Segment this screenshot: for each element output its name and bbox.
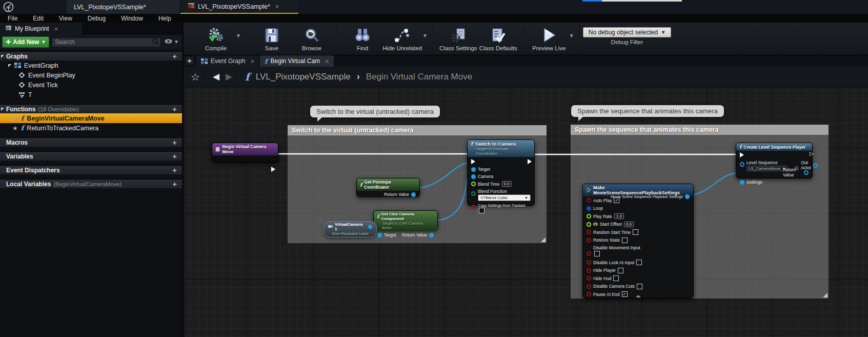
bool-pin[interactable] [471, 205, 476, 209]
exec-out-pin[interactable] [271, 167, 275, 172]
node-make-playback-settings[interactable]: Make MovieSceneSequencePlaybackSettings … [582, 184, 694, 299]
checkbox[interactable] [594, 251, 600, 256]
menu-view[interactable]: View [51, 14, 80, 23]
enum-pin[interactable] [587, 206, 591, 211]
add-new-button[interactable]: ✚ Add New ▼ [2, 36, 49, 48]
section-header-variables[interactable]: Variables＋ [0, 151, 182, 161]
comment-title[interactable]: Spawn the sequence that animates this ca… [571, 125, 829, 135]
checkbox[interactable] [613, 275, 619, 281]
exec-in-pin[interactable] [471, 159, 475, 164]
copy-settings-checkbox[interactable] [479, 208, 485, 213]
favorite-star-icon[interactable]: ★ [12, 115, 18, 122]
object-pin[interactable] [368, 225, 372, 229]
graph-tab-event-graph[interactable]: Event Graph× [196, 55, 259, 67]
object-pin[interactable] [813, 163, 818, 168]
float-pin[interactable] [587, 214, 591, 219]
graph-canvas[interactable]: Switch to the virtual (untracked) camera… [185, 87, 868, 337]
close-icon[interactable]: × [325, 57, 329, 65]
menu-edit[interactable]: Edit [25, 14, 51, 23]
browse-button[interactable]: Browse [292, 26, 332, 51]
section-header-local-variables[interactable]: Local Variables(BeginVirtualCameraMove)＋ [0, 179, 182, 188]
breadcrumb-root[interactable]: LVL_PixotopeVSSample [256, 72, 351, 82]
bool-pin[interactable] [587, 276, 591, 281]
chevron-down-icon[interactable]: ▼ [569, 33, 574, 38]
node-get-cine-camera-component[interactable]: fGet Cine Camera Component Target is Cin… [373, 210, 438, 230]
checkbox[interactable]: ✓ [622, 291, 628, 297]
section-header-graphs[interactable]: Graphs＋ [0, 51, 182, 61]
expander-icon[interactable] [1, 55, 4, 58]
exec-out-pin[interactable] [528, 159, 532, 164]
object-pin[interactable] [377, 233, 382, 237]
tree-item-t[interactable]: T [0, 90, 182, 100]
checkbox[interactable] [637, 284, 642, 289]
object-pin[interactable] [411, 192, 416, 197]
expander-icon[interactable] [8, 64, 11, 67]
float-pin[interactable] [587, 222, 591, 227]
bool-pin[interactable] [587, 251, 591, 256]
close-icon[interactable]: × [250, 57, 254, 65]
tree-item-beginvirtualcameramove[interactable]: ★fBeginVirtualCameraMove [0, 113, 182, 123]
bool-pin[interactable] [587, 292, 591, 296]
menu-window[interactable]: Window [113, 14, 151, 23]
favorite-star-icon[interactable]: ★ [12, 125, 18, 132]
enum-pin[interactable] [471, 191, 476, 196]
favorite-star-icon[interactable]: ☆ [191, 71, 200, 83]
checkbox[interactable] [633, 229, 638, 235]
tree-item-event-beginplay[interactable]: Event BeginPlay [0, 70, 182, 80]
object-pin[interactable] [471, 167, 476, 172]
value-field[interactable]: 1.0 [614, 213, 624, 219]
panel-expand-button[interactable]: ＋ [186, 57, 193, 65]
node-switch-to-camera[interactable]: fSwitch to Camera Target is Pixotope Coo… [467, 140, 535, 206]
class-defaults-button[interactable]: Class Defaults [478, 26, 518, 51]
bool-pin[interactable] [587, 260, 591, 265]
object-pin[interactable] [804, 170, 809, 175]
hide-unrelated-button[interactable]: Hide Unrelated [382, 26, 422, 51]
search-input[interactable] [51, 37, 161, 47]
add-icon[interactable]: ＋ [171, 105, 178, 114]
collapse-arrow-icon[interactable] [636, 295, 641, 298]
menu-debug[interactable]: Debug [80, 14, 113, 23]
section-header-functions[interactable]: Functions(18 Overridable)＋ [0, 104, 182, 113]
add-icon[interactable]: ＋ [171, 138, 178, 147]
window-tab-background[interactable]: LVL_PixotopeVSSample* [67, 0, 179, 14]
find-button[interactable]: Find [342, 26, 382, 51]
add-icon[interactable]: ＋ [171, 52, 178, 61]
window-tab-active[interactable]: LVL_PixotopeVSSample* × [180, 0, 298, 14]
chevron-down-icon[interactable]: ▼ [236, 33, 241, 38]
bool-pin[interactable] [587, 238, 591, 243]
menu-help[interactable]: Help [151, 14, 179, 23]
bool-pin[interactable] [587, 284, 591, 289]
expander-icon[interactable] [1, 108, 4, 111]
bool-pin[interactable] [587, 230, 591, 234]
visibility-filter-button[interactable]: ▼ [163, 38, 180, 45]
object-pin[interactable] [429, 233, 434, 237]
tree-item-event-tick[interactable]: Event Tick [0, 80, 182, 90]
add-icon[interactable]: ＋ [171, 180, 178, 189]
tab-my-blueprint[interactable]: My Blueprint × [0, 23, 82, 35]
struct-pin[interactable] [740, 180, 744, 185]
save-button[interactable]: Save [252, 26, 292, 51]
blend-time-value[interactable]: 0.0 [502, 181, 512, 187]
checkbox[interactable] [618, 268, 623, 273]
tree-item-eventgraph[interactable]: EventGraph [0, 61, 182, 70]
blend-function-dropdown[interactable]: VTBlend Cubic ▼ [478, 194, 531, 201]
node-create-level-sequence-player[interactable]: fCreate Level Sequence Player ▷ Level Se… [736, 143, 813, 179]
struct-out-pin[interactable] [685, 194, 690, 199]
menu-file[interactable]: File [0, 14, 25, 23]
debug-object-dropdown[interactable]: No debug object selected▼ [583, 27, 671, 37]
tree-item-returntotrackedcamera[interactable]: ★fReturnToTrackedCamera [0, 123, 182, 133]
class-settings-button[interactable]: Class Settings [438, 26, 478, 51]
node-virtual-camera-reference[interactable]: VirtualCamera 1 from Persistent Level [324, 221, 377, 237]
bool-pin[interactable] [587, 268, 591, 273]
compile-button[interactable]: Compile [196, 26, 236, 51]
close-icon[interactable]: × [275, 3, 279, 10]
nav-forward-icon[interactable]: ▶ [226, 71, 232, 82]
chevron-down-icon[interactable]: ▼ [422, 33, 428, 38]
add-icon[interactable]: ＋ [171, 152, 178, 161]
add-icon[interactable]: ＋ [171, 166, 178, 175]
value-field[interactable]: 0.0 [624, 222, 634, 227]
close-icon[interactable]: × [54, 25, 58, 33]
checkbox[interactable] [636, 260, 642, 265]
node-begin-virtual-camera-move[interactable]: Begin Virtual Camera Move [212, 143, 278, 163]
bool-pin[interactable] [587, 198, 591, 203]
